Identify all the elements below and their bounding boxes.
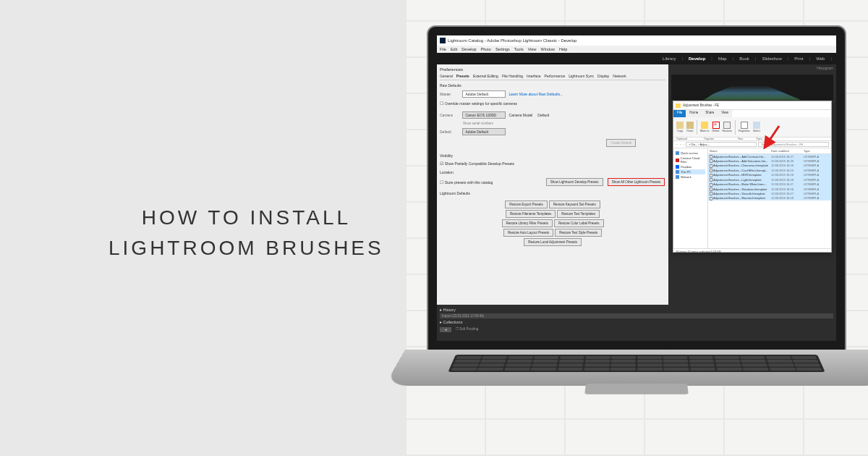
prefs-tab-general[interactable]: General bbox=[440, 74, 453, 78]
properties-button[interactable]: Properties bbox=[739, 122, 750, 132]
explorer-file-list[interactable]: Name Date modified Type Adjustment Brush… bbox=[708, 148, 831, 248]
search-box[interactable]: Search Adjustment Brushes - FE bbox=[758, 142, 829, 147]
rename-button[interactable]: Rename bbox=[723, 122, 732, 132]
file-row[interactable]: Adjustment Brushes - Warmer.lrtemplate12… bbox=[708, 196, 831, 200]
sidebar-this-pc[interactable]: This PC bbox=[676, 169, 705, 174]
screen: Lightroom Catalog - Adobe Photoshop Ligh… bbox=[437, 35, 836, 341]
moveto-button[interactable]: Move to bbox=[700, 122, 709, 132]
file-row[interactable]: Adjustment Brushes - HDR.lrtemplate12.03… bbox=[708, 173, 831, 177]
file-row[interactable]: Adjustment Brushes - Clearness.lrtemplat… bbox=[708, 164, 831, 168]
explorer-ribbon[interactable]: Copy Paste Move to ×Delete Rename Proper… bbox=[673, 117, 831, 138]
prefs-tab-external-editing[interactable]: External Editing bbox=[473, 74, 498, 78]
lightroom-menubar[interactable]: FileEditDevelopPhotoSettingsToolsViewWin… bbox=[437, 46, 836, 53]
show-serial[interactable]: Show serial numbers bbox=[463, 122, 665, 125]
restore-button[interactable]: Restore Text Templates bbox=[557, 210, 600, 218]
menu-photo[interactable]: Photo bbox=[481, 47, 491, 51]
explorer-statusbar: 10 items 10 items selected 6.50 KB bbox=[673, 248, 831, 256]
paste-button[interactable]: Paste bbox=[686, 122, 694, 132]
prefs-tab-display[interactable]: Display bbox=[597, 74, 609, 78]
prefs-tab-interface[interactable]: Interface bbox=[527, 74, 540, 78]
copy-button[interactable]: Copy bbox=[676, 122, 684, 132]
prefs-tab-lightroom-sync[interactable]: Lightroom Sync bbox=[569, 74, 594, 78]
lightroom-module-picker[interactable]: Library|Develop|Map|Book|Slideshow|Print… bbox=[437, 53, 836, 64]
explorer-title: Adjustment Brushes - FE bbox=[683, 104, 719, 107]
prefs-tab-file-handling[interactable]: File Handling bbox=[502, 74, 523, 78]
file-row[interactable]: Adjustment Brushes - Make White.lrtem...… bbox=[708, 182, 831, 187]
restore-button[interactable]: Restore Library Filter Presets bbox=[502, 219, 553, 227]
explorer-titlebar[interactable]: Adjustment Brushes - FE bbox=[673, 101, 831, 110]
menu-file[interactable]: File bbox=[440, 47, 446, 51]
menu-window[interactable]: Window bbox=[540, 47, 555, 51]
menu-help[interactable]: Help bbox=[559, 47, 567, 51]
restore-button[interactable]: Restore Keyword Set Presets bbox=[549, 200, 600, 208]
explorer-tab-file[interactable]: File bbox=[673, 110, 686, 117]
prefs-tabs[interactable]: GeneralPresetsExternal EditingFile Handl… bbox=[440, 74, 665, 80]
file-row[interactable]: Adjustment Brushes - Add Saturation.lrte… bbox=[708, 159, 831, 163]
show-develop-presets-button[interactable]: Show Lightroom Develop Presets bbox=[546, 178, 603, 186]
prefs-tab-performance[interactable]: Performance bbox=[545, 74, 566, 78]
sidebar-quick-access[interactable]: Quick access bbox=[676, 151, 705, 156]
module-book[interactable]: Book bbox=[739, 56, 749, 61]
file-row[interactable]: Adjustment Brushes - Add Contrast.lrte..… bbox=[708, 154, 831, 159]
histogram bbox=[671, 75, 833, 100]
module-map[interactable]: Map bbox=[718, 56, 727, 61]
collections-panel-header[interactable]: ▸ Collections bbox=[440, 320, 833, 324]
col-name[interactable]: Name bbox=[710, 149, 771, 153]
file-row[interactable]: Adjustment Brushes - Smooth.lrtemplate12… bbox=[708, 192, 831, 196]
learn-more-link[interactable]: Learn More about Raw Defaults... bbox=[509, 92, 563, 96]
delete-button[interactable]: ×Delete bbox=[712, 122, 719, 132]
history-item[interactable]: Import (23.02.2021 17:04:46) bbox=[440, 313, 833, 318]
restore-button[interactable]: Restore Color Label Presets bbox=[554, 219, 604, 227]
default-dropdown[interactable]: Adobe Default bbox=[462, 128, 506, 135]
prefs-tab-presets[interactable]: Presets bbox=[456, 74, 469, 78]
ribbon-group-new: New bbox=[738, 138, 743, 140]
sidebar-network[interactable]: Network bbox=[676, 174, 705, 180]
sidebar-creative-cloud-files[interactable]: Creative Cloud Files bbox=[676, 156, 705, 164]
module-library[interactable]: Library bbox=[663, 56, 676, 61]
restore-button[interactable]: Restore Local Adjustment Presets bbox=[524, 238, 582, 246]
module-print[interactable]: Print bbox=[794, 56, 803, 61]
camera-dropdown[interactable]: Canon EOS 1200D bbox=[462, 111, 506, 119]
explorer-tab-home[interactable]: Home bbox=[686, 110, 702, 117]
create-default-button[interactable]: Create Default bbox=[606, 139, 636, 147]
file-row[interactable]: Adjustment Brushes - Cool Effect.lrtempl… bbox=[708, 168, 831, 172]
col-date[interactable]: Date modified bbox=[771, 149, 804, 153]
override-checkbox[interactable]: Override master settings for specific ca… bbox=[440, 101, 665, 106]
address-path[interactable]: « Do... › Adjus... bbox=[686, 142, 757, 147]
module-web[interactable]: Web bbox=[816, 56, 825, 61]
explorer-address-bar[interactable]: ← → ↑ « Do... › Adjus... Search Adjustme… bbox=[673, 141, 831, 148]
explorer-tab-share[interactable]: Share bbox=[702, 110, 718, 117]
sidebar-dropbox[interactable]: Dropbox bbox=[676, 164, 705, 169]
restore-buttons-grid: Restore Export PresetsRestore Keyword Se… bbox=[440, 200, 665, 247]
explorer-sidebar[interactable]: Quick accessCreative Cloud FilesDropboxT… bbox=[673, 148, 708, 248]
visibility-checkbox[interactable]: Show Partially Compatible Develop Preset… bbox=[440, 161, 665, 166]
module-slideshow[interactable]: Slideshow bbox=[762, 56, 781, 61]
master-dropdown[interactable]: Adobe Default bbox=[462, 90, 506, 98]
show-all-presets-button[interactable]: Show All Other Lightroom Presets bbox=[608, 178, 665, 186]
file-row[interactable]: Adjustment Brushes - Shadows.lrtemplate1… bbox=[708, 187, 831, 191]
menu-develop[interactable]: Develop bbox=[461, 47, 476, 51]
menu-tools[interactable]: Tools bbox=[514, 47, 524, 51]
soft-proofing-toggle[interactable]: ☐ Soft Proofing bbox=[456, 327, 478, 332]
explorer-ribbon-tabs[interactable]: FileHomeShareView bbox=[673, 110, 831, 117]
preferences-dialog: Preferences GeneralPresetsExternal Editi… bbox=[437, 64, 668, 341]
col-type[interactable]: Type bbox=[804, 149, 810, 153]
prefs-tab-network[interactable]: Network bbox=[613, 74, 626, 78]
prefs-title: Preferences bbox=[440, 67, 665, 72]
lightroom-titlebar: Lightroom Catalog - Adobe Photoshop Ligh… bbox=[437, 35, 836, 46]
explorer-tab-view[interactable]: View bbox=[718, 110, 732, 117]
restore-button[interactable]: Restore Filename Templates bbox=[506, 210, 556, 218]
location-checkbox[interactable]: Store presets with this catalog bbox=[440, 180, 542, 185]
restore-button[interactable]: Restore Text Style Presets bbox=[555, 229, 602, 237]
module-develop[interactable]: Develop bbox=[689, 56, 705, 61]
column-headers[interactable]: Name Date modified Type bbox=[708, 148, 831, 154]
history-panel-header[interactable]: ▸ History bbox=[440, 308, 833, 312]
menu-settings[interactable]: Settings bbox=[495, 47, 510, 51]
menu-view[interactable]: View bbox=[528, 47, 537, 51]
toolbar-item[interactable]: ◀ bbox=[440, 327, 451, 332]
select-button[interactable]: Select bbox=[753, 122, 760, 132]
restore-button[interactable]: Restore Export Presets bbox=[505, 200, 548, 208]
file-row[interactable]: Adjustment Brushes - Light.lrtemplate12.… bbox=[708, 177, 831, 182]
restore-button[interactable]: Restore Auto Layout Presets bbox=[503, 229, 553, 237]
menu-edit[interactable]: Edit bbox=[451, 47, 457, 51]
